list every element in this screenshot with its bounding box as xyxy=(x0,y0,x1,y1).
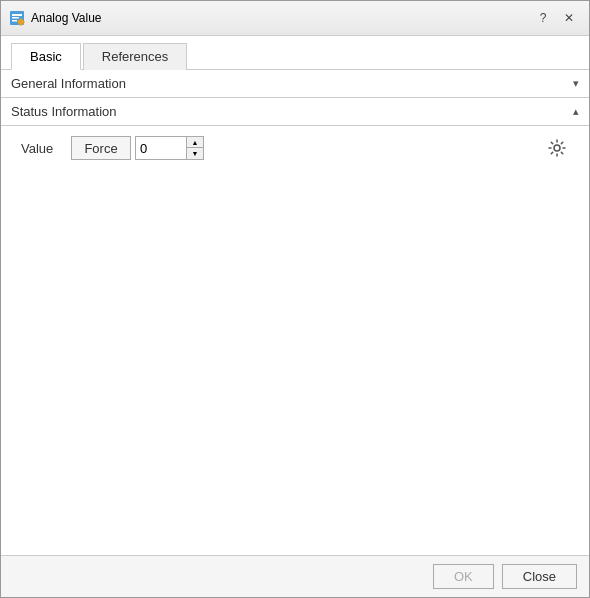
value-label: Value xyxy=(21,141,71,156)
tab-basic[interactable]: Basic xyxy=(11,43,81,70)
status-info-header[interactable]: Status Information ▴ xyxy=(1,98,589,126)
close-button[interactable]: ✕ xyxy=(557,7,581,29)
bottom-bar: OK Close xyxy=(1,555,589,597)
svg-rect-3 xyxy=(12,20,17,22)
value-input[interactable] xyxy=(136,137,186,159)
status-info-arrow: ▴ xyxy=(573,105,579,118)
main-content: General Information ▾ Status Information… xyxy=(1,70,589,555)
status-section-content: Value Force ▲ ▼ xyxy=(1,126,589,170)
svg-rect-1 xyxy=(12,14,22,16)
spinbox-buttons: ▲ ▼ xyxy=(186,137,203,159)
spin-down-button[interactable]: ▼ xyxy=(187,148,203,159)
value-spinbox: ▲ ▼ xyxy=(135,136,204,160)
ok-button[interactable]: OK xyxy=(433,564,494,589)
help-button[interactable]: ? xyxy=(531,7,555,29)
force-button[interactable]: Force xyxy=(71,136,131,160)
main-window: Analog Value ? ✕ Basic References Genera… xyxy=(0,0,590,598)
close-dialog-button[interactable]: Close xyxy=(502,564,577,589)
general-info-label: General Information xyxy=(11,76,126,91)
tab-bar: Basic References xyxy=(1,36,589,70)
spin-up-button[interactable]: ▲ xyxy=(187,137,203,148)
value-controls: Force ▲ ▼ xyxy=(71,136,204,160)
gear-icon xyxy=(547,138,567,158)
general-info-header[interactable]: General Information ▾ xyxy=(1,70,589,98)
svg-point-5 xyxy=(554,145,560,151)
settings-icon-wrapper xyxy=(545,136,569,160)
content-area: Basic References General Information ▾ S… xyxy=(1,36,589,555)
value-field-row: Value Force ▲ ▼ xyxy=(11,132,579,164)
svg-rect-2 xyxy=(12,17,19,19)
tab-references[interactable]: References xyxy=(83,43,187,70)
title-bar: Analog Value ? ✕ xyxy=(1,1,589,36)
status-info-label: Status Information xyxy=(11,104,117,119)
window-icon xyxy=(9,10,25,26)
settings-button[interactable] xyxy=(545,136,569,160)
general-info-arrow: ▾ xyxy=(573,77,579,90)
title-controls: ? ✕ xyxy=(531,7,581,29)
window-title: Analog Value xyxy=(31,11,531,25)
